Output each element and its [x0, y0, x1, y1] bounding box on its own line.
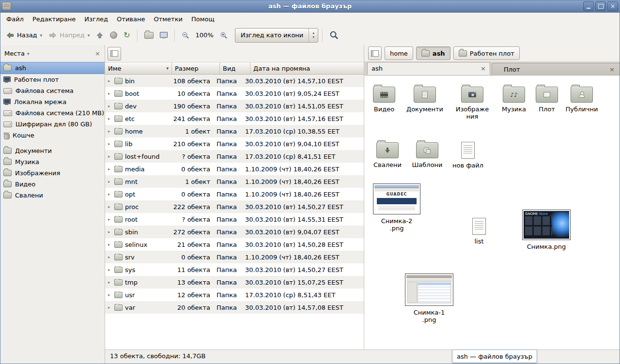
expander-icon[interactable]: ▸: [108, 192, 112, 197]
back-dropdown-icon[interactable]: ▾: [40, 33, 43, 38]
search-button[interactable]: [326, 29, 341, 42]
pathbar-button-home[interactable]: home: [385, 46, 413, 60]
stop-button[interactable]: [107, 30, 120, 41]
tab-plot[interactable]: Плот×: [492, 63, 620, 75]
sidebar-title[interactable]: Места: [4, 50, 25, 57]
table-row[interactable]: ▸lost+found? обектаПапка17.03.2010 (ср) …: [105, 150, 364, 163]
icon-folder-public[interactable]: Публични: [562, 84, 601, 113]
sidebar-item-downloads[interactable]: Свалени: [0, 190, 105, 201]
table-row[interactable]: ▸proc222 обектаПапка30.03.2010 (вт) 14,5…: [105, 200, 364, 213]
table-row[interactable]: ▸bin108 обектаПапка30.03.2010 (вт) 14,57…: [105, 75, 364, 87]
table-row[interactable]: ▸home1 обектПапка17.03.2010 (ср) 10,38,5…: [105, 125, 364, 137]
icon-folder-images[interactable]: Изображения: [453, 84, 492, 120]
expander-icon[interactable]: ▸: [108, 104, 112, 108]
expander-icon[interactable]: ▸: [108, 91, 112, 96]
expander-icon[interactable]: ▸: [108, 305, 112, 310]
table-row[interactable]: ▸srv0 обектаПапка1.10.2009 (чт) 18,40,26…: [105, 251, 364, 263]
sidebar-item-desktop[interactable]: Работен плот: [0, 74, 105, 85]
expander-icon[interactable]: ▸: [108, 229, 112, 234]
expander-icon[interactable]: ▸: [108, 78, 112, 83]
zoom-in-button[interactable]: [217, 30, 231, 41]
icon-folder-video[interactable]: Видео: [365, 84, 403, 113]
tab-close-icon[interactable]: ×: [609, 66, 615, 73]
spinner-arrows-icon[interactable]: ▴▾: [309, 29, 318, 42]
up-button[interactable]: [93, 30, 107, 41]
menu-edit[interactable]: Редактиране: [28, 13, 80, 25]
maximize-button[interactable]: [595, 1, 606, 11]
expander-icon[interactable]: ▸: [108, 255, 112, 259]
expander-icon[interactable]: ▸: [108, 242, 112, 247]
sidebar-item-network[interactable]: Локална мрежа: [0, 96, 105, 107]
icon-view[interactable]: Видео Документи Изображения Музика Плот …: [364, 76, 620, 349]
menu-bookmarks[interactable]: Отметки: [149, 13, 186, 25]
table-row[interactable]: ▸mnt1 обектПапка1.10.2009 (чт) 18,40,26 …: [105, 175, 364, 188]
icon-folder-templates[interactable]: Шаблони: [408, 140, 447, 168]
table-row[interactable]: ▸opt0 обектаПапка1.10.2009 (чт) 18,40,26…: [105, 188, 364, 200]
sidebar-close-icon[interactable]: ×: [95, 50, 100, 57]
table-row[interactable]: ▸root? обектаПапка30.03.2010 (вт) 14,55,…: [105, 213, 364, 226]
expander-icon[interactable]: ▸: [108, 116, 112, 121]
expander-icon[interactable]: ▸: [108, 141, 112, 146]
expander-icon[interactable]: ▸: [108, 292, 112, 297]
sidebar-selector-caret-icon[interactable]: ▾: [27, 51, 30, 56]
table-row[interactable]: ▸media0 обектаПапка1.10.2009 (чт) 18,40,…: [105, 163, 364, 175]
expander-icon[interactable]: ▸: [108, 154, 112, 159]
pane-toggle-button[interactable]: [108, 47, 121, 61]
expander-icon[interactable]: ▸: [108, 167, 112, 171]
column-header-type[interactable]: Вид: [220, 62, 250, 74]
table-row[interactable]: ▸selinux21 обектаПапка30.03.2010 (вт) 14…: [105, 238, 364, 251]
column-header-name[interactable]: Име▾: [105, 62, 172, 74]
taskbar-window-button[interactable]: ash — файлов браузър: [452, 349, 537, 363]
table-row[interactable]: ▸etc241 обектаПапка30.03.2010 (вт) 14,57…: [105, 112, 364, 125]
column-header-date[interactable]: Дата на промяна: [250, 62, 364, 74]
menu-view[interactable]: Изглед: [80, 13, 112, 25]
icon-file-list[interactable]: list: [460, 216, 498, 245]
expander-icon[interactable]: ▸: [108, 217, 112, 222]
view-mode-select[interactable]: Изглед като икони ▴▾: [235, 28, 319, 43]
sidebar-item-pictures[interactable]: Изображения: [0, 167, 105, 179]
minimize-button[interactable]: [583, 1, 594, 11]
expander-icon[interactable]: ▸: [108, 129, 112, 134]
sidebar-item-ash[interactable]: ash: [0, 62, 105, 74]
close-button[interactable]: ×: [607, 1, 618, 11]
pathbar-button-ash[interactable]: ash: [416, 46, 450, 60]
tab-ash[interactable]: ash×: [367, 62, 490, 75]
zoom-out-button[interactable]: [179, 30, 192, 41]
menu-help[interactable]: Помощ: [187, 13, 219, 25]
icon-image-snimka[interactable]: GNOMEStore Снимка.png: [522, 210, 571, 250]
sidebar-item-filesystem[interactable]: Файлова система: [0, 85, 105, 96]
sidebar-item-trash[interactable]: Кошче: [0, 130, 105, 141]
sidebar-item-documents[interactable]: Документи: [0, 145, 105, 156]
expander-icon[interactable]: ▸: [108, 204, 112, 209]
sidebar-item-filesystem-210mb[interactable]: Файлова система (210 MB): [0, 107, 105, 119]
icon-folder-documents[interactable]: Документи: [405, 84, 444, 113]
icon-file-new[interactable]: нов файл: [449, 140, 487, 169]
back-button[interactable]: Назад ▾: [3, 30, 45, 41]
icon-image-snimka2[interactable]: GUADEC Снимка-2.png: [373, 183, 420, 232]
table-row[interactable]: ▸usr12 обектаПапка17.03.2010 (ср) 8,51,4…: [105, 288, 364, 301]
reload-button[interactable]: ↻: [121, 30, 133, 41]
computer-button[interactable]: [157, 30, 170, 40]
menu-file[interactable]: Файл: [2, 13, 28, 25]
table-row[interactable]: ▸boot10 обектаПапка30.03.2010 (вт) 9,05,…: [105, 87, 364, 100]
pathbar-root-button[interactable]: [368, 46, 382, 60]
expander-icon[interactable]: ▸: [108, 267, 112, 272]
sidebar-item-encrypted[interactable]: Шифриран дял (80 GB): [0, 119, 105, 130]
column-header-size[interactable]: Размер: [172, 62, 220, 74]
forward-button[interactable]: Напред ▾: [46, 30, 93, 41]
home-button[interactable]: [141, 30, 156, 41]
table-row[interactable]: ▸sys11 обектаПапка30.03.2010 (вт) 14,50,…: [105, 263, 364, 276]
sidebar-item-videos[interactable]: Видео: [0, 179, 105, 190]
table-row[interactable]: ▸sbin272 обектаПапка30.03.2010 (вт) 9,04…: [105, 226, 364, 238]
pathbar-button-desktop[interactable]: Работен плот: [453, 46, 520, 60]
sidebar-item-music[interactable]: Музика: [0, 156, 105, 167]
table-row[interactable]: ▸tmp13 обектаПапка30.03.2010 (вт) 15,07,…: [105, 276, 364, 288]
expander-icon[interactable]: ▸: [108, 179, 112, 184]
expander-icon[interactable]: ▸: [108, 280, 112, 285]
table-row[interactable]: ▸lib210 обектаПапка30.03.2010 (вт) 9,04,…: [105, 137, 364, 150]
icon-folder-plot[interactable]: Плот: [527, 84, 566, 113]
icon-image-snimka1[interactable]: Снимка-1.png: [405, 273, 453, 323]
table-row[interactable]: ▸dev190 обектаПапка30.03.2010 (вт) 14,51…: [105, 100, 364, 112]
icon-folder-downloads[interactable]: Свалени: [368, 140, 407, 168]
table-row[interactable]: ▸var20 обектаПапка30.03.2010 (вт) 14,57,…: [105, 301, 364, 314]
